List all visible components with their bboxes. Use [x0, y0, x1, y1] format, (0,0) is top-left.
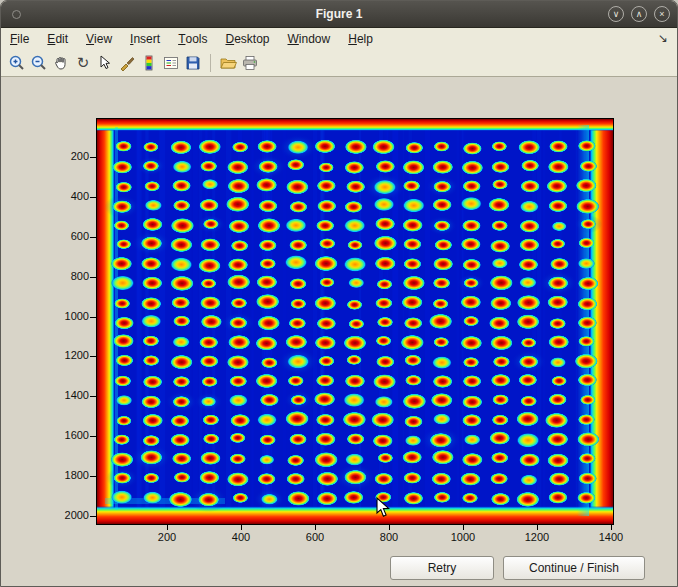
legend-icon [162, 54, 180, 72]
save-button[interactable] [182, 52, 204, 74]
print-button[interactable] [239, 52, 261, 74]
y-tick-label: 1200 [53, 349, 89, 362]
zoom-in-icon [8, 54, 26, 72]
menubar: File Edit View Insert Tools Desktop Wind… [1, 28, 677, 50]
menu-desktop[interactable]: Desktop [216, 28, 278, 50]
y-tick-label: 600 [53, 230, 89, 243]
y-tick-mark [90, 476, 96, 477]
toolbar-separator [210, 54, 211, 72]
x-tick-label: 1000 [443, 531, 483, 544]
y-tick-mark [90, 317, 96, 318]
y-tick-mark [90, 237, 96, 238]
pan-button[interactable] [50, 52, 72, 74]
y-tick-mark [90, 516, 96, 517]
dock-figure-icon[interactable]: ↘ [658, 31, 668, 45]
y-tick-mark [90, 396, 96, 397]
menu-help[interactable]: Help [339, 28, 382, 50]
x-tick-mark [389, 525, 390, 530]
menu-file[interactable]: File [1, 28, 38, 50]
x-tick-mark [167, 525, 168, 530]
x-tick-label: 1200 [517, 531, 557, 544]
x-tick-mark [241, 525, 242, 530]
y-tick-mark [90, 277, 96, 278]
colorbar-icon [140, 54, 158, 72]
titlebar: Figure 1 ∨ ∧ × [1, 1, 677, 28]
y-tick-mark [90, 197, 96, 198]
y-tick-label: 1400 [53, 389, 89, 402]
brush-icon [118, 54, 136, 72]
y-tick-label: 800 [53, 270, 89, 283]
save-icon [184, 54, 202, 72]
menu-view[interactable]: View [77, 28, 121, 50]
figure-window: Figure 1 ∨ ∧ × File Edit View Insert Too… [0, 0, 678, 587]
y-tick-label: 1000 [53, 310, 89, 323]
legend-button[interactable] [160, 52, 182, 74]
print-icon [241, 54, 259, 72]
colorbar-button[interactable] [138, 52, 160, 74]
x-tick-mark [611, 525, 612, 530]
y-tick-mark [90, 356, 96, 357]
y-tick-mark [90, 436, 96, 437]
y-tick-label: 1800 [53, 469, 89, 482]
retry-button[interactable]: Retry [390, 556, 494, 580]
y-tick-mark [90, 157, 96, 158]
figure-toolbar: ↻ [1, 50, 677, 77]
rotate-3d-icon: ↻ [77, 54, 90, 72]
maximize-button[interactable]: ∧ [631, 6, 647, 22]
data-cursor-icon [96, 54, 114, 72]
rotate-3d-button[interactable]: ↻ [72, 52, 94, 74]
x-tick-mark [315, 525, 316, 530]
y-tick-label: 200 [53, 150, 89, 163]
brush-button[interactable] [116, 52, 138, 74]
y-tick-label: 400 [53, 190, 89, 203]
open-folder-button[interactable] [217, 52, 239, 74]
minimize-button[interactable]: ∨ [608, 6, 624, 22]
menu-edit[interactable]: Edit [38, 28, 77, 50]
zoom-out-icon [30, 54, 48, 72]
microarray-image[interactable] [97, 119, 613, 524]
x-tick-mark [537, 525, 538, 530]
x-tick-label: 800 [369, 531, 409, 544]
zoom-in-button[interactable] [6, 52, 28, 74]
pan-hand-icon [52, 54, 70, 72]
y-tick-label: 2000 [53, 509, 89, 522]
x-tick-mark [463, 525, 464, 530]
axes-frame [96, 118, 614, 525]
zoom-out-button[interactable] [28, 52, 50, 74]
menu-tools[interactable]: Tools [169, 28, 216, 50]
window-title: Figure 1 [1, 7, 677, 21]
open-folder-icon [219, 54, 237, 72]
x-tick-label: 200 [147, 531, 187, 544]
menu-window[interactable]: Window [279, 28, 340, 50]
continue-finish-button[interactable]: Continue / Finish [503, 556, 645, 580]
x-tick-label: 1400 [591, 531, 631, 544]
data-cursor-button[interactable] [94, 52, 116, 74]
y-tick-label: 1600 [53, 429, 89, 442]
close-button[interactable]: × [654, 6, 670, 22]
x-tick-label: 400 [221, 531, 261, 544]
x-tick-label: 600 [295, 531, 335, 544]
menu-insert[interactable]: Insert [121, 28, 169, 50]
